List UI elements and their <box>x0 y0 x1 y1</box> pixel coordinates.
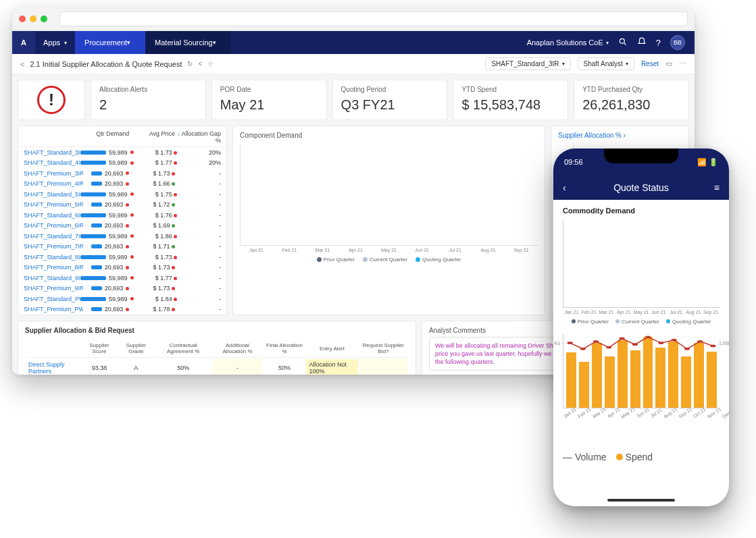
kpi-ytd-qty: YTD Purchased Qty 26,261,830 <box>574 80 689 120</box>
filter-product[interactable]: SHAFT_Standard_3IR▾ <box>485 57 570 70</box>
table-row[interactable]: SHAFT_Premium_9IR 20,693 $ 1.73 - <box>18 284 226 294</box>
product-grid-panel: Qtr Demand Avg Price ↓ Allocation Gap % … <box>18 126 227 315</box>
phone-notch <box>604 149 678 163</box>
kpi-label: YTD Spend <box>461 86 559 93</box>
top-nav: A Apps▾ Procurement▾ Material Sourcing▾ … <box>12 31 695 54</box>
kpi-value: Q3 FY21 <box>341 97 439 113</box>
table-row[interactable]: SHAFT_Premium_8IR 20,693 $ 1.73 - <box>18 263 226 273</box>
svg-point-11 <box>684 348 690 350</box>
table-row[interactable]: SHAFT_Standard_PW 59,989 $ 1.84 - <box>18 294 226 304</box>
kpi-value: $ 15,583,748 <box>461 97 559 113</box>
svg-point-2 <box>567 342 572 344</box>
sort-icon[interactable]: ↓ <box>177 131 180 137</box>
kpi-label: POR Date <box>220 86 318 93</box>
kpi-value: 26,261,830 <box>582 97 680 113</box>
mobile-device: 09:56 📶 🔋 ‹ Quote Status ≡ Commodity Dem… <box>553 149 729 506</box>
table-row[interactable]: SHAFT_Standard_3IR 59,989 $ 1.73 20% <box>18 147 226 158</box>
kpi-value: 2 <box>99 97 197 113</box>
window-max-dot[interactable] <box>41 16 47 22</box>
back-icon[interactable]: ‹ <box>563 182 566 193</box>
help-icon[interactable]: ? <box>656 38 661 48</box>
apps-menu[interactable]: Apps▾ <box>35 38 75 47</box>
grid-header: Qtr Demand Avg Price ↓ Allocation Gap % <box>18 126 226 147</box>
svg-point-3 <box>580 348 586 350</box>
chevron-right-icon: › <box>624 132 626 139</box>
kpi-label: Allocation Alerts <box>99 86 197 93</box>
filter-role[interactable]: Shaft Analyst▾ <box>578 57 634 70</box>
home-indicator[interactable] <box>607 499 675 502</box>
panel-title-link[interactable]: Supplier Allocation % › <box>551 126 688 140</box>
bid-table: Supplier ScoreSupplier GradeContractual … <box>25 338 409 375</box>
component-demand-panel: Component Demand Jan 21Feb 21Mar 21Apr 2… <box>232 126 545 315</box>
url-bar[interactable] <box>59 11 688 26</box>
bell-icon[interactable] <box>637 37 647 48</box>
table-row[interactable]: SHAFT_Standard_6IR 59,989 $ 1.76 - <box>18 210 226 221</box>
kpi-value: May 21 <box>220 97 318 113</box>
page-title: 2.1 Initial Supplier Allocation & Quote … <box>30 60 182 68</box>
kpi-por-date: POR Date May 21 <box>211 80 327 120</box>
table-row[interactable]: SHAFT_Premium_6IR 20,693 $ 1.69 - <box>18 221 226 232</box>
table-row[interactable]: SHAFT_Premium_3IR 20,693 $ 1.73 - <box>18 168 226 179</box>
svg-point-7 <box>632 343 638 346</box>
svg-point-13 <box>710 344 715 347</box>
svg-point-5 <box>606 346 611 349</box>
svg-point-0 <box>620 38 624 43</box>
window-min-dot[interactable] <box>30 16 36 22</box>
svg-point-6 <box>619 338 624 340</box>
component-demand-chart: Jan 21Feb 21Mar 21Apr 21May 21Jun 21Jul … <box>233 140 545 269</box>
star-icon[interactable]: ☆ <box>207 60 213 68</box>
back-icon[interactable]: < <box>20 60 24 68</box>
status-time: 09:56 <box>564 158 583 166</box>
menu-icon[interactable]: ≡ <box>714 182 720 193</box>
table-row[interactable]: SHAFT_Premium_PW 20,693 $ 1.78 - <box>18 304 226 315</box>
table-row[interactable]: SHAFT_Premium_4IR 20,693 $ 1.66 - <box>18 179 226 190</box>
table-row[interactable]: SHAFT_Premium_7IR 20,693 $ 1.71 - <box>18 242 226 252</box>
comment-icon[interactable]: ▭ <box>665 59 672 68</box>
nav-tab-procurement[interactable]: Procurement▾ <box>75 31 145 54</box>
phone-legend: — Volume Spend <box>563 452 720 462</box>
phone-volume-spend-chart: 4G 1,600k Jan 21Feb 21Mar 21Apr 21May 21… <box>563 334 720 442</box>
refresh-icon[interactable]: ↻ <box>187 60 193 68</box>
table-row[interactable]: SHAFT_Standard_9IR 59,989 $ 1.77 - <box>18 273 226 284</box>
table-row[interactable]: Direct Supply Partners93.38A50%-50%Alloc… <box>26 359 407 375</box>
phone-header: ‹ Quote Status ≡ <box>553 176 729 200</box>
share-icon[interactable]: < <box>198 60 202 68</box>
breadcrumb-bar: < 2.1 Initial Supplier Allocation & Quot… <box>12 54 695 74</box>
reset-link[interactable]: Reset <box>641 60 659 68</box>
bid-request-panel: Supplier Allocation & Bid Request Suppli… <box>18 321 416 375</box>
table-row[interactable]: SHAFT_Standard_4IR 59,989 $ 1.77 20% <box>18 158 226 169</box>
alert-icon: ! <box>37 86 66 114</box>
search-icon[interactable] <box>618 37 628 48</box>
y-left-label: 4G <box>554 341 560 346</box>
kpi-quoting-period: Quoting Period Q3 FY21 <box>332 80 448 120</box>
svg-point-9 <box>658 342 663 344</box>
kpi-label: YTD Purchased Qty <box>582 86 680 93</box>
more-icon[interactable]: ⋯ <box>679 59 686 68</box>
panel-title: Supplier Allocation & Bid Request <box>25 327 409 334</box>
status-icons: 📶 🔋 <box>697 158 718 167</box>
phone-commodity-chart: Jan 21Feb 21Mar 21Apr 21May 21Jun 21Jul … <box>563 220 720 325</box>
nav-tab-material-sourcing[interactable]: Material Sourcing▾ <box>145 31 231 54</box>
svg-line-1 <box>624 43 626 45</box>
window-close-dot[interactable] <box>19 16 26 22</box>
table-row[interactable]: SHAFT_Standard_5IR 59,989 $ 1.75 - <box>18 189 226 200</box>
phone-section-title: Commodity Demand <box>563 207 720 215</box>
y-right-label: 1,600k <box>719 341 729 346</box>
browser-chrome <box>12 7 695 31</box>
table-row[interactable]: SHAFT_Standard_7IR 59,989 $ 1.86 - <box>18 231 226 242</box>
brand-logo[interactable]: A <box>12 31 35 54</box>
kpi-allocation-alerts: Allocation Alerts 2 <box>91 80 206 120</box>
phone-title: Quote Status <box>613 182 669 193</box>
kpi-label: Quoting Period <box>341 86 439 93</box>
table-row[interactable]: SHAFT_Standard_8IR 59,989 $ 1.73 - <box>18 252 226 263</box>
workspace-label[interactable]: Anaplan Solutions CoE▾ <box>527 38 609 47</box>
table-row[interactable]: SHAFT_Premium_5IR 20,693 $ 1.72 - <box>18 200 226 211</box>
kpi-ytd-spend: YTD Spend $ 15,583,748 <box>453 80 568 120</box>
panel-title: Component Demand <box>233 126 545 140</box>
user-avatar[interactable]: BB <box>670 35 685 50</box>
kpi-alert-icon-card: ! <box>18 80 85 120</box>
